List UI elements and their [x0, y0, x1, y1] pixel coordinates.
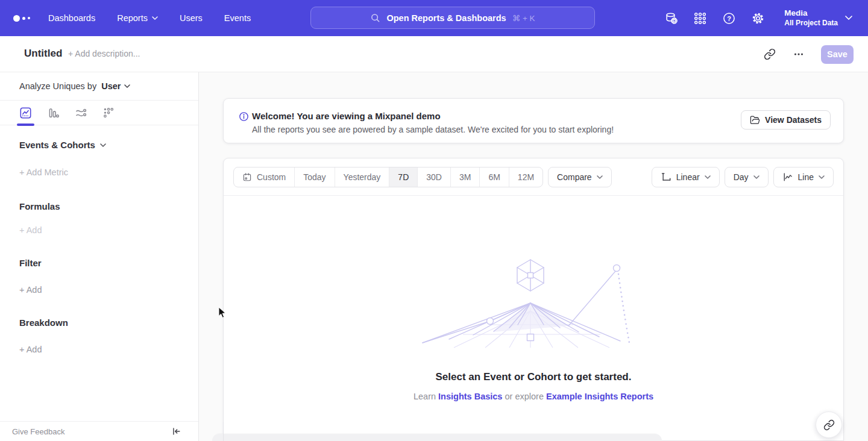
scale-dropdown[interactable]: Linear [652, 167, 720, 187]
folder-icon [750, 115, 760, 125]
formulas-label: Formulas [19, 201, 60, 211]
nav-dashboards[interactable]: Dashboards [48, 13, 95, 23]
range-12m[interactable]: 12M [509, 167, 542, 187]
scale-label: Linear [676, 172, 700, 182]
help-icon[interactable]: ? [722, 11, 736, 25]
events-cohorts-label: Events & Cohorts [19, 140, 95, 150]
tab-retention[interactable] [102, 107, 115, 119]
query-builder-sidebar: Analyze Uniques by User [0, 72, 199, 441]
primary-nav: Dashboards Reports Users Events [48, 13, 251, 23]
copy-link-icon[interactable] [763, 48, 776, 61]
data-management-icon[interactable] [664, 11, 678, 25]
nav-reports[interactable]: Reports [117, 13, 158, 23]
compare-dropdown[interactable]: Compare [548, 167, 612, 187]
nav-events[interactable]: Events [224, 13, 251, 23]
empty-state-links: Learn Insights Basics or explore Example… [224, 392, 843, 401]
range-custom[interactable]: Custom [234, 167, 295, 187]
chart-display-controls: Linear Day Line [652, 167, 834, 187]
banner-subtitle: All the reports you see are powered by a… [252, 125, 614, 134]
interval-dropdown[interactable]: Day [725, 167, 769, 187]
line-chart-icon [782, 172, 793, 183]
add-breakdown-button[interactable]: + Add [19, 345, 42, 354]
tab-flow[interactable] [75, 107, 87, 119]
top-navbar: Dashboards Reports Users Events Open Rep… [0, 0, 868, 36]
example-insights-reports-link[interactable]: Example Insights Reports [546, 392, 653, 401]
apps-grid-icon[interactable] [693, 11, 707, 25]
events-cohorts-heading[interactable]: Events & Cohorts [19, 140, 198, 150]
report-description-placeholder[interactable]: + Add description... [68, 49, 140, 58]
range-30d[interactable]: 30D [418, 167, 451, 187]
results-table-peek[interactable] [212, 434, 662, 441]
report-header-actions: Save [763, 36, 854, 72]
bar-chart-icon [47, 107, 60, 119]
more-options-icon[interactable] [792, 48, 805, 61]
range-7d-label: 7D [398, 172, 409, 182]
interval-label: Day [734, 172, 749, 182]
nav-right-cluster: ? Media All Project Data [664, 0, 852, 36]
banner-title: Welcome! You are viewing a Mixpanel demo [252, 111, 441, 121]
filter-label: Filter [19, 258, 42, 268]
add-formula-button[interactable]: + Add [19, 225, 42, 235]
chart-controls-row: Custom Today Yesterday 7D 30D 3M 6M 12M … [224, 158, 843, 196]
range-3m[interactable]: 3M [451, 167, 480, 187]
report-header: Untitled + Add description... Save [0, 36, 868, 72]
range-3m-label: 3M [459, 172, 471, 182]
share-link-fab[interactable] [816, 411, 842, 438]
analyze-label: Analyze Uniques by [19, 81, 96, 91]
breakdown-heading: Breakdown [19, 317, 198, 328]
visualization-tabs [0, 101, 198, 125]
tab-bar-chart[interactable] [47, 107, 60, 119]
range-today-label: Today [303, 172, 326, 182]
nav-users[interactable]: Users [180, 13, 203, 23]
link-icon [823, 419, 835, 431]
collapse-sidebar-icon[interactable] [171, 426, 181, 437]
demo-welcome-banner: Welcome! You are viewing a Mixpanel demo… [223, 98, 844, 143]
chevron-down-icon [152, 16, 158, 20]
range-custom-label: Custom [257, 172, 286, 182]
range-yesterday[interactable]: Yesterday [335, 167, 390, 187]
calendar-icon [242, 172, 252, 182]
tab-insights-line[interactable] [19, 107, 32, 119]
svg-text:?: ? [727, 14, 731, 22]
project-selector[interactable]: Media All Project Data [784, 8, 852, 28]
insights-basics-link[interactable]: Insights Basics [438, 392, 502, 401]
empty-state-illustration [418, 254, 650, 350]
chevron-down-icon [597, 175, 603, 179]
range-7d[interactable]: 7D [389, 167, 418, 187]
learn-middle: or explore [505, 392, 543, 401]
mixpanel-logo-icon[interactable] [13, 15, 35, 22]
search-shortcut: ⌘ + K [512, 13, 535, 23]
range-12m-label: 12M [518, 172, 534, 182]
add-filter-button[interactable]: + Add [19, 285, 42, 295]
nav-dashboards-label: Dashboards [48, 13, 95, 23]
range-6m[interactable]: 6M [480, 167, 509, 187]
report-title[interactable]: Untitled [24, 48, 62, 60]
range-yesterday-label: Yesterday [344, 172, 381, 182]
range-today[interactable]: Today [295, 167, 335, 187]
analyze-by-dropdown[interactable]: User [101, 81, 130, 91]
insights-report-card: Custom Today Yesterday 7D 30D 3M 6M 12M … [223, 158, 844, 441]
save-button[interactable]: Save [821, 45, 854, 64]
linear-axis-icon [661, 172, 671, 183]
retention-dots-icon [102, 107, 115, 119]
compare-label: Compare [557, 172, 592, 182]
chevron-down-icon [845, 16, 852, 20]
settings-icon[interactable] [750, 11, 765, 25]
nav-users-label: Users [180, 13, 203, 23]
chevron-down-icon [819, 175, 825, 179]
give-feedback-link[interactable]: Give Feedback [12, 427, 64, 436]
view-datasets-label: View Datasets [765, 115, 822, 125]
analyze-row: Analyze Uniques by User [0, 72, 198, 101]
card-left-border [223, 422, 224, 441]
global-search-input[interactable]: Open Reports & Dashboards ⌘ + K [310, 7, 595, 29]
view-datasets-button[interactable]: View Datasets [741, 110, 831, 130]
main-content: Welcome! You are viewing a Mixpanel demo… [199, 72, 868, 441]
mixpanel-insights-page: Dashboards Reports Users Events Open Rep… [0, 0, 868, 441]
chevron-down-icon [124, 84, 130, 88]
chart-type-dropdown[interactable]: Line [773, 167, 834, 187]
add-metric-button[interactable]: + Add Metric [19, 167, 68, 177]
analyze-by-value: User [101, 81, 121, 91]
chevron-down-icon [705, 175, 711, 179]
project-name: Media [784, 8, 838, 19]
search-icon [370, 13, 380, 23]
